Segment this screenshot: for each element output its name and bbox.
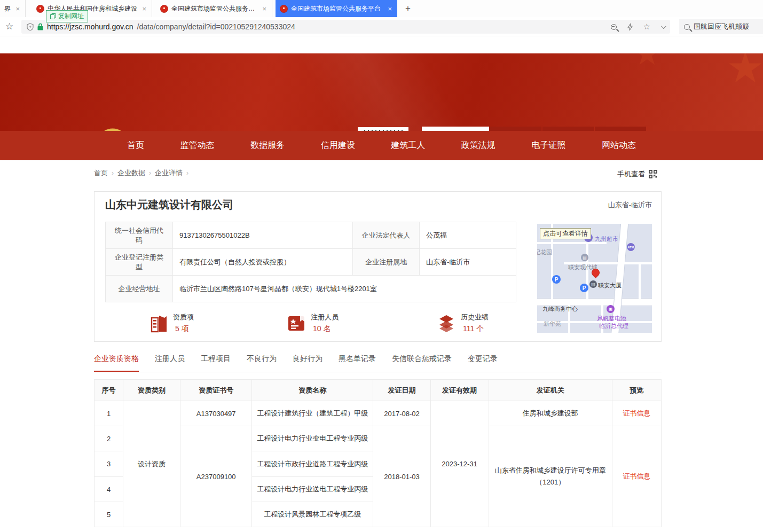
company-info-table: 统一社会信用代码 91371302675501022B 企业法定代表人 公茂福 … xyxy=(105,222,516,302)
nav-item-credit[interactable]: 信用建设 xyxy=(321,140,355,151)
performance-layers-icon xyxy=(437,314,455,332)
stat-label: 注册人员 xyxy=(311,312,339,322)
close-icon[interactable]: × xyxy=(387,5,393,13)
tab-dishonesty-records[interactable]: 失信联合惩戒记录 xyxy=(392,354,452,372)
search-tab-personnel[interactable]: 从业人员 xyxy=(490,127,541,131)
col-header-cert-no: 资质证书号 xyxy=(180,380,252,401)
bookmark-star-icon[interactable]: ☆ xyxy=(5,21,13,32)
map-label: 临沂总代理 xyxy=(599,322,628,330)
atm-icon: ATM xyxy=(627,243,635,251)
nav-item-supervision[interactable]: 监管动态 xyxy=(180,140,215,151)
mobile-view-link[interactable]: 手机查看 xyxy=(617,169,657,179)
certificate-info-link[interactable]: 证书信息 xyxy=(623,409,650,417)
search-tab-enterprise[interactable]: 建设工程企业 xyxy=(422,127,489,131)
authority-line2: （1201） xyxy=(493,478,608,487)
map-label: 风帆蓄电池 xyxy=(597,315,626,323)
map-label: 新华苑 xyxy=(544,320,561,328)
nav-item-data-service[interactable]: 数据服务 xyxy=(250,140,285,151)
company-location-map[interactable]: 点击可查看详情 ⌂ 九州超市 ATM 纪花园 ▤ 联安现代城 ▤ 联安大厦 P … xyxy=(537,224,652,333)
nav-item-ecert[interactable]: 电子证照 xyxy=(531,140,565,151)
close-icon[interactable]: × xyxy=(141,5,147,13)
url-host: https://jzsc.mohurd.gov.cn xyxy=(47,22,133,31)
address-value: 临沂市兰山区陶然路107号星河晶都（联安）现代城1号楼2201室 xyxy=(173,276,516,302)
table-row: 企业经营地址 临沂市兰山区陶然路107号星河晶都（联安）现代城1号楼2201室 xyxy=(106,276,516,302)
tab-projects[interactable]: 工程项目 xyxy=(201,354,231,372)
map-road xyxy=(639,262,641,299)
favorite-star-icon[interactable]: ☆ xyxy=(643,22,650,32)
stat-historical-performance[interactable]: 历史业绩111 个 xyxy=(437,309,489,337)
reg-place-value: 山东省-临沂市 xyxy=(420,249,516,276)
tab-title: 全国建筑市场监管公共服务平台 xyxy=(291,4,383,13)
detail-tabs: 企业资质资格 注册人员 工程项目 不良行为 良好行为 黑名单记录 失信联合惩戒记… xyxy=(94,354,662,372)
legal-rep-value: 公茂福 xyxy=(420,222,516,249)
qualification-name: 工程设计风景园林工程专项乙级 xyxy=(252,502,373,527)
row-index: 2 xyxy=(95,426,123,451)
breadcrumb-separator: › xyxy=(112,169,114,177)
map-label: 九峰商务中心 xyxy=(542,305,578,313)
stat-value: 111 个 xyxy=(461,324,489,334)
tab-good-behavior[interactable]: 良好行为 xyxy=(293,354,322,372)
legal-rep-label: 企业法定代表人 xyxy=(353,222,420,249)
tab-qualifications[interactable]: 企业资质资格 xyxy=(94,354,139,372)
browser-tab-partial[interactable]: 界 × xyxy=(0,0,26,17)
search-icon xyxy=(684,24,690,30)
issue-date: 2017-08-02 xyxy=(373,401,430,426)
flag-star-decoration: ★ xyxy=(726,53,763,92)
nav-item-workers[interactable]: 建筑工人 xyxy=(391,140,425,151)
breadcrumb-company-data[interactable]: 企业数据 xyxy=(117,168,145,178)
shield-icon[interactable] xyxy=(27,23,34,31)
copy-icon xyxy=(50,13,56,19)
qualification-name: 工程设计电力行业变电工程专业丙级 xyxy=(252,426,373,451)
credit-code-value: 91371302675501022B xyxy=(173,222,353,249)
search-tab-credit[interactable]: 诚信记录 xyxy=(595,127,646,131)
tab-registered-personnel[interactable]: 注册人员 xyxy=(155,354,185,372)
nav-item-home[interactable]: 首页 xyxy=(127,140,144,151)
url-path: /data/company/detail?id=0021052912405330… xyxy=(137,22,295,31)
flash-icon[interactable] xyxy=(627,23,633,31)
nav-item-site-news[interactable]: 网站动态 xyxy=(602,140,636,151)
stat-qualifications[interactable]: 资质项5 项 xyxy=(151,309,194,337)
browser-tab-jzsc-active[interactable]: 全国建筑市场监管公共服务平台 × xyxy=(276,0,397,17)
close-icon[interactable]: × xyxy=(261,5,268,13)
breadcrumb-home[interactable]: 首页 xyxy=(94,168,108,178)
lock-icon xyxy=(37,23,43,30)
tab-change-records[interactable]: 变更记录 xyxy=(468,354,498,372)
certificate-info-link[interactable]: 证书信息 xyxy=(623,472,650,480)
copy-url-tooltip[interactable]: 复制网址 xyxy=(46,10,88,22)
col-header-index: 序号 xyxy=(95,380,123,401)
stat-value: 5 项 xyxy=(173,324,194,334)
valid-until-date: 2023-12-31 xyxy=(430,401,489,527)
zoom-out-icon[interactable] xyxy=(611,24,617,30)
stat-registered-personnel[interactable]: 注册人员10 名 xyxy=(287,309,339,337)
nav-item-policy[interactable]: 政策法规 xyxy=(461,140,495,151)
breadcrumb: 首页› 企业数据› 企业详情› xyxy=(94,168,188,178)
address-bar[interactable]: https://jzsc.mohurd.gov.cn/data/company/… xyxy=(21,20,670,34)
browser-toolbar: ☆ https://jzsc.mohurd.gov.cn/data/compan… xyxy=(0,17,763,36)
emblem-favicon-icon xyxy=(280,5,288,13)
authority-line1: 山东省住房和城乡建设厅许可专用章 xyxy=(493,466,608,475)
row-index: 1 xyxy=(95,401,123,426)
toolbar-search-box[interactable]: 国航回应飞机颠簸 xyxy=(679,19,763,34)
reg-place-label: 企业注册属地 xyxy=(353,249,420,276)
stat-label: 历史业绩 xyxy=(461,312,489,322)
new-tab-button[interactable]: + xyxy=(402,2,414,15)
search-tab-project[interactable]: 建设项目 xyxy=(542,127,594,131)
tab-title: 全国建筑市场监管公共服务平台 xyxy=(171,4,258,13)
browser-tab-jzsc-1[interactable]: 全国建筑市场监管公共服务平台 × xyxy=(156,0,272,17)
toolbar-search-text: 国航回应飞机颠簸 xyxy=(694,22,749,32)
site-banner: ★ ★ ★ 中华人民共和国住房和城乡建设部 www.mohurd.gov.cn … xyxy=(0,53,763,131)
map-tooltip: 点击可查看详情 xyxy=(540,228,591,239)
chevron-down-icon[interactable] xyxy=(661,24,666,29)
qr-code xyxy=(358,127,408,131)
issue-date: 2018-01-03 xyxy=(373,426,430,527)
tab-title: 界 xyxy=(4,4,11,13)
address-label: 企业经营地址 xyxy=(106,276,173,302)
close-icon[interactable]: × xyxy=(14,5,21,13)
breadcrumb-company-detail[interactable]: 企业详情 xyxy=(155,168,183,178)
company-name: 山东中元建筑设计有限公司 xyxy=(105,198,233,212)
tab-bad-behavior[interactable]: 不良行为 xyxy=(247,354,277,372)
qualification-building-icon xyxy=(151,314,168,333)
tab-blacklist[interactable]: 黑名单记录 xyxy=(339,354,376,372)
qualification-name: 工程设计建筑行业（建筑工程）甲级 xyxy=(252,401,373,426)
qualification-table: 序号 资质类别 资质证书号 资质名称 发证日期 发证有效期 发证机关 预览 1 … xyxy=(94,379,662,527)
